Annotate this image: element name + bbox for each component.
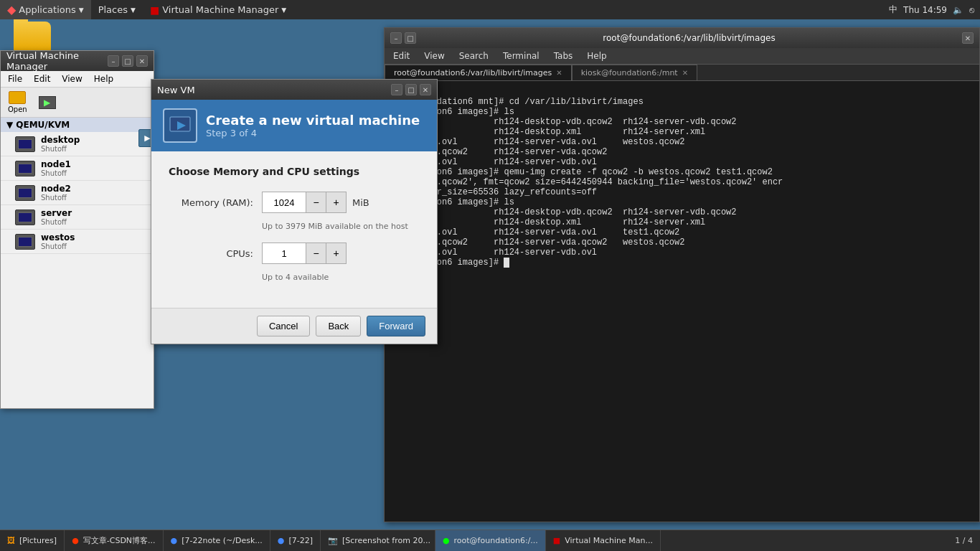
vmm-menu-file[interactable]: File bbox=[4, 72, 27, 85]
vmm-sidebar: ▼ QEMU/KVM desktop Shutoff node1 Shutoff… bbox=[1, 118, 154, 254]
terminal-window: – □ root@foundation6:/var/lib/libvirt/im… bbox=[384, 27, 980, 522]
taskbar: 🖼 [Pictures] ● 写文章-CSDN博客... ● [7-22note… bbox=[0, 529, 980, 551]
vm-icon-server bbox=[15, 209, 35, 225]
newvm-section-title: Choose Memory and CPU settings bbox=[169, 166, 420, 177]
vmm-menubar: File Edit View Help bbox=[1, 71, 154, 88]
cpu-field: CPUs: − + bbox=[169, 242, 420, 264]
vm-icon-node1 bbox=[15, 161, 35, 176]
taskbar-page-indicator: 1 / 4 bbox=[948, 536, 980, 545]
terminal-menu-view[interactable]: View bbox=[420, 50, 448, 62]
terminal-menu-search[interactable]: Search bbox=[455, 50, 493, 62]
terminal-tab-0[interactable]: root@foundation6:/var/lib/libvirt/images… bbox=[385, 65, 572, 80]
newvm-close-btn[interactable]: ✕ bbox=[420, 84, 431, 95]
terminal-menu-terminal[interactable]: Terminal bbox=[499, 50, 544, 62]
newvm-step: Step 3 of 4 bbox=[206, 128, 420, 138]
cpu-increase-btn[interactable]: + bbox=[326, 243, 346, 263]
memory-label: Memory (RAM): bbox=[169, 197, 262, 208]
vmm-menu-view[interactable]: View bbox=[57, 72, 86, 85]
newvm-footer: Cancel Back Forward bbox=[151, 308, 437, 344]
memory-increase-btn[interactable]: + bbox=[326, 192, 346, 212]
cpu-decrease-btn[interactable]: − bbox=[306, 243, 326, 263]
terminal-menu-tabs[interactable]: Tabs bbox=[550, 50, 578, 62]
vmm-vm-desktop[interactable]: desktop Shutoff bbox=[1, 132, 154, 156]
terminal-menu-help[interactable]: Help bbox=[583, 50, 611, 62]
vmm-menu-edit[interactable]: Edit bbox=[29, 72, 55, 85]
vm-icon-desktop bbox=[15, 136, 35, 152]
newvm-maximize-btn[interactable]: □ bbox=[405, 84, 417, 95]
terminal-close-btn[interactable]: ✕ bbox=[962, 32, 974, 44]
memory-spinner: − + bbox=[262, 192, 347, 213]
terminal-minimize-btn[interactable]: – bbox=[390, 32, 402, 44]
taskbar-item-4[interactable]: 📷 [Screenshot from 20... bbox=[321, 530, 435, 552]
vmm-run-btn[interactable]: ▶ bbox=[36, 95, 59, 110]
top-bar-right: 中 Thu 14:59 🔈 ⎋ bbox=[889, 4, 980, 16]
cpu-spinner: − + bbox=[262, 242, 347, 264]
top-bar: ◆ Applications ▼ Places ▼ ■ Virtual Mach… bbox=[0, 0, 980, 19]
vmm-titlebar: Virtual Machine Manager – □ ✕ bbox=[1, 51, 154, 71]
back-button[interactable]: Back bbox=[316, 316, 361, 336]
vmm-menu[interactable]: ■ Virtual Machine Manager ▼ bbox=[143, 0, 293, 19]
terminal-tab-0-close[interactable]: ✕ bbox=[556, 69, 562, 77]
folder-icon-1 bbox=[14, 22, 51, 52]
memory-input[interactable] bbox=[263, 192, 306, 212]
vmm-toolbar: Open ▶ bbox=[1, 88, 154, 118]
terminal-maximize-btn[interactable]: □ bbox=[405, 32, 416, 44]
newvm-titlebar: New VM – □ ✕ bbox=[151, 80, 437, 100]
newvm-minimize-btn[interactable]: – bbox=[391, 84, 402, 95]
taskbar-item-6[interactable]: ■ Virtual Machine Man... bbox=[546, 530, 661, 552]
memory-hint: Up to 3979 MiB available on the host bbox=[262, 222, 420, 231]
places-menu[interactable]: Places ▼ bbox=[91, 0, 143, 19]
volume-icon[interactable]: 🔈 bbox=[953, 5, 963, 15]
memory-unit: MiB bbox=[352, 197, 369, 208]
memory-decrease-btn[interactable]: − bbox=[306, 192, 326, 212]
vmm-vm-westos[interactable]: westos Shutoff bbox=[1, 230, 154, 254]
terminal-content: [foundation6 mnt]# cd /var/lib/libvirt/i… bbox=[390, 97, 783, 268]
terminal-tabs: root@foundation6:/var/lib/libvirt/images… bbox=[385, 65, 979, 81]
terminal-tab-1-close[interactable]: ✕ bbox=[682, 69, 688, 77]
terminal-titlebar-buttons: – □ bbox=[390, 32, 416, 44]
top-bar-left: ◆ Applications ▼ Places ▼ ■ Virtual Mach… bbox=[0, 0, 293, 19]
taskbar-item-3[interactable]: ● [7-22] bbox=[270, 530, 321, 552]
vmm-maximize-btn[interactable]: □ bbox=[122, 55, 133, 67]
taskbar-item-1[interactable]: ● 写文章-CSDN博客... bbox=[65, 530, 163, 552]
cpu-input[interactable] bbox=[263, 243, 306, 263]
newvm-dialog: New VM – □ ✕ Create a new virtual machin… bbox=[151, 79, 438, 344]
cancel-button[interactable]: Cancel bbox=[257, 316, 310, 336]
desktop-icon-1[interactable] bbox=[7, 22, 57, 53]
terminal-menu-edit[interactable]: Edit bbox=[389, 50, 414, 62]
terminal-tab-1[interactable]: kiosk@foundation6:/mnt ✕ bbox=[572, 65, 697, 80]
memory-field: Memory (RAM): − + MiB bbox=[169, 192, 420, 213]
vmm-minimize-btn[interactable]: – bbox=[108, 55, 119, 67]
terminal-menubar: Edit View Search Terminal Tabs Help bbox=[385, 48, 979, 65]
terminal-cursor bbox=[504, 258, 509, 268]
vmm-title: Virtual Machine Manager bbox=[6, 50, 108, 72]
vmm-vm-node2[interactable]: node2 Shutoff bbox=[1, 181, 154, 205]
terminal-titlebar: – □ root@foundation6:/var/lib/libvirt/im… bbox=[385, 28, 979, 48]
vmm-window: Virtual Machine Manager – □ ✕ File Edit … bbox=[0, 50, 154, 409]
forward-button[interactable]: Forward bbox=[367, 316, 425, 336]
newvm-titlebar-buttons: – □ ✕ bbox=[391, 84, 431, 95]
vmm-group-header: ▼ QEMU/KVM bbox=[1, 118, 154, 132]
input-method: 中 bbox=[889, 4, 897, 16]
vmm-open-btn[interactable]: Open bbox=[5, 90, 30, 115]
taskbar-item-5[interactable]: ● root@foundation6:/... bbox=[435, 530, 546, 552]
vmm-vm-node1[interactable]: node1 Shutoff bbox=[1, 156, 154, 181]
cpu-hint: Up to 4 available bbox=[262, 273, 420, 282]
applications-menu[interactable]: ◆ Applications ▼ bbox=[0, 0, 91, 19]
newvm-content: Choose Memory and CPU settings Memory (R… bbox=[151, 151, 437, 308]
newvm-main-title: Create a new virtual machine bbox=[206, 113, 420, 128]
power-icon[interactable]: ⎋ bbox=[969, 5, 974, 15]
vmm-menu-help[interactable]: Help bbox=[90, 72, 118, 85]
clock: Thu 14:59 bbox=[903, 5, 947, 15]
terminal-title: root@foundation6:/var/lib/libvirt/images bbox=[416, 33, 962, 43]
vmm-titlebar-buttons: – □ ✕ bbox=[108, 55, 148, 67]
newvm-header: Create a new virtual machine Step 3 of 4 bbox=[151, 100, 437, 151]
vmm-vm-server[interactable]: server Shutoff bbox=[1, 205, 154, 230]
newvm-icon bbox=[163, 108, 197, 143]
taskbar-item-2[interactable]: ● [7-22note (~/Desk... bbox=[164, 530, 270, 552]
taskbar-item-0[interactable]: 🖼 [Pictures] bbox=[0, 530, 65, 552]
terminal-body[interactable]: [foundation6 mnt]# cd /var/lib/libvirt/i… bbox=[385, 81, 979, 510]
vm-icon-westos bbox=[15, 234, 35, 250]
vmm-close-btn[interactable]: ✕ bbox=[136, 55, 148, 67]
cpu-label: CPUs: bbox=[169, 248, 262, 259]
